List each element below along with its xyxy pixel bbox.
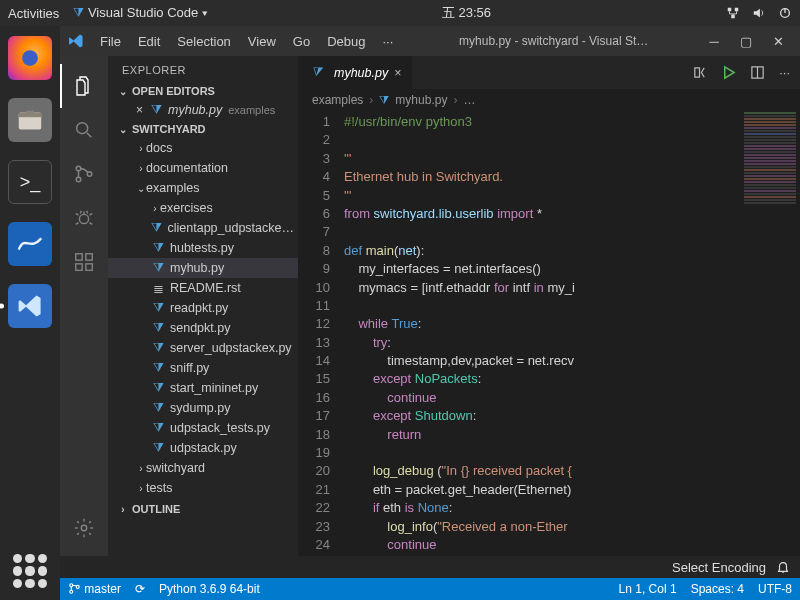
vscode-logo-icon	[68, 33, 88, 49]
activity-bar	[60, 56, 108, 556]
file-item[interactable]: ⧩sydump.py	[108, 398, 298, 418]
folder-switchyard[interactable]: ›switchyard	[108, 458, 298, 478]
svg-point-20	[70, 590, 73, 593]
power-icon[interactable]	[778, 6, 792, 20]
app-menu[interactable]: ⧩ Visual Studio Code ▾	[73, 5, 207, 21]
status-python[interactable]: Python 3.6.9 64-bit	[159, 582, 260, 596]
activity-settings[interactable]	[60, 506, 108, 550]
tab-close-icon[interactable]: ×	[394, 66, 401, 80]
vscode-titlebar: File Edit Selection View Go Debug ··· my…	[60, 26, 800, 56]
folder-docs[interactable]: ›docs	[108, 138, 298, 158]
select-encoding-label[interactable]: Select Encoding	[672, 560, 766, 575]
explorer-sidebar: EXPLORER ⌄ OPEN EDITORS × ⧩ myhub.py exa…	[108, 56, 298, 556]
svg-point-4	[22, 50, 38, 66]
activity-debug[interactable]	[60, 196, 108, 240]
python-file-icon: ⧩	[150, 401, 166, 416]
svg-rect-13	[76, 254, 82, 260]
svg-point-11	[87, 172, 92, 177]
menu-go[interactable]: Go	[285, 31, 318, 52]
python-file-icon: ⧩	[308, 65, 324, 80]
python-file-icon: ⧩	[150, 261, 166, 276]
window-maximize[interactable]: ▢	[738, 34, 754, 49]
network-icon[interactable]	[726, 6, 740, 20]
status-ln-col[interactable]: Ln 1, Col 1	[619, 582, 677, 596]
status-branch[interactable]: master	[68, 582, 121, 596]
file-item[interactable]: ⧩clientapp_udpstacke…	[108, 218, 298, 238]
tab-myhub[interactable]: ⧩ myhub.py ×	[298, 56, 413, 89]
close-icon[interactable]: ×	[136, 103, 143, 117]
svg-rect-14	[76, 264, 82, 270]
file-item[interactable]: ⧩udpstack_tests.py	[108, 418, 298, 438]
svg-rect-0	[728, 8, 732, 12]
activities-button[interactable]: Activities	[8, 6, 59, 21]
file-item[interactable]: ⧩hubtests.py	[108, 238, 298, 258]
volume-icon[interactable]	[752, 6, 766, 20]
dock-terminal[interactable]: >_	[8, 160, 52, 204]
svg-rect-7	[26, 111, 34, 114]
menu-debug[interactable]: Debug	[319, 31, 373, 52]
svg-point-12	[79, 214, 88, 223]
status-spaces[interactable]: Spaces: 4	[691, 582, 744, 596]
more-actions-icon[interactable]: ···	[779, 65, 790, 80]
dock-show-apps[interactable]	[13, 554, 47, 588]
activity-scm[interactable]	[60, 152, 108, 196]
open-editors-section[interactable]: ⌄ OPEN EDITORS	[108, 82, 298, 100]
file-item[interactable]: ⧩server_udpstackex.py	[108, 338, 298, 358]
folder-exercises[interactable]: ›exercises	[108, 198, 298, 218]
python-file-icon: ⧩	[150, 421, 166, 436]
code-editor[interactable]: 1234567891011121314151617181920212223242…	[298, 111, 800, 556]
file-item[interactable]: ⧩udpstack.py	[108, 438, 298, 458]
compare-icon[interactable]	[692, 65, 707, 80]
breadcrumbs[interactable]: examples› ⧩myhub.py› …	[298, 89, 800, 111]
svg-point-19	[70, 584, 73, 587]
file-item[interactable]: ⧩sendpkt.py	[108, 318, 298, 338]
menu-overflow[interactable]: ···	[374, 31, 401, 52]
folder-documentation[interactable]: ›documentation	[108, 158, 298, 178]
dock-firefox[interactable]	[8, 36, 52, 80]
dock-wireshark[interactable]	[8, 222, 52, 266]
file-item[interactable]: ⧩sniff.py	[108, 358, 298, 378]
file-item[interactable]: ≣README.rst	[108, 278, 298, 298]
ubuntu-dock: >_	[0, 26, 60, 600]
status-encoding[interactable]: UTF-8	[758, 582, 792, 596]
python-file-icon: ⧩	[150, 321, 166, 336]
python-file-icon: ⧩	[150, 441, 166, 456]
dock-files[interactable]	[8, 98, 52, 142]
svg-rect-16	[86, 254, 92, 260]
svg-point-9	[76, 166, 81, 171]
outline-section[interactable]: › OUTLINE	[108, 500, 298, 518]
activity-extensions[interactable]	[60, 240, 108, 284]
python-file-icon: ⧩	[150, 381, 166, 396]
folder-examples[interactable]: ⌄examples	[108, 178, 298, 198]
run-icon[interactable]	[721, 65, 736, 80]
folder-tests[interactable]: ›tests	[108, 478, 298, 498]
tabs-bar: ⧩ myhub.py × ···	[298, 56, 800, 89]
file-item-active[interactable]: ⧩myhub.py	[108, 258, 298, 278]
python-file-icon: ⧩	[150, 241, 166, 256]
activity-search[interactable]	[60, 108, 108, 152]
dock-vscode[interactable]	[8, 284, 52, 328]
clock[interactable]: 五 23:56	[207, 4, 726, 22]
file-item[interactable]: ⧩start_mininet.py	[108, 378, 298, 398]
file-item[interactable]: ⧩readpkt.py	[108, 298, 298, 318]
window-close[interactable]: ✕	[770, 34, 786, 49]
menu-edit[interactable]: Edit	[130, 31, 168, 52]
gnome-top-bar: Activities ⧩ Visual Studio Code ▾ 五 23:5…	[0, 0, 800, 26]
vscode-window: File Edit Selection View Go Debug ··· my…	[60, 26, 800, 600]
workspace-section[interactable]: ⌄ SWITCHYARD	[108, 120, 298, 138]
editor: ⧩ myhub.py × ··· examples› ⧩myhub.py› … …	[298, 56, 800, 556]
bell-icon[interactable]	[776, 560, 790, 574]
window-minimize[interactable]: ─	[706, 34, 722, 49]
split-editor-icon[interactable]	[750, 65, 765, 80]
status-sync[interactable]: ⟳	[135, 582, 145, 596]
activity-explorer[interactable]	[60, 64, 108, 108]
menu-file[interactable]: File	[92, 31, 129, 52]
menu-view[interactable]: View	[240, 31, 284, 52]
status-bar: master ⟳ Python 3.6.9 64-bit Ln 1, Col 1…	[60, 578, 800, 600]
open-editor-item[interactable]: × ⧩ myhub.py examples	[108, 100, 298, 120]
svg-point-10	[76, 177, 81, 182]
minimap[interactable]	[740, 111, 800, 556]
window-title: myhub.py - switchyard - Visual St…	[405, 34, 702, 48]
menu-selection[interactable]: Selection	[169, 31, 238, 52]
python-file-icon: ⧩	[150, 221, 164, 236]
